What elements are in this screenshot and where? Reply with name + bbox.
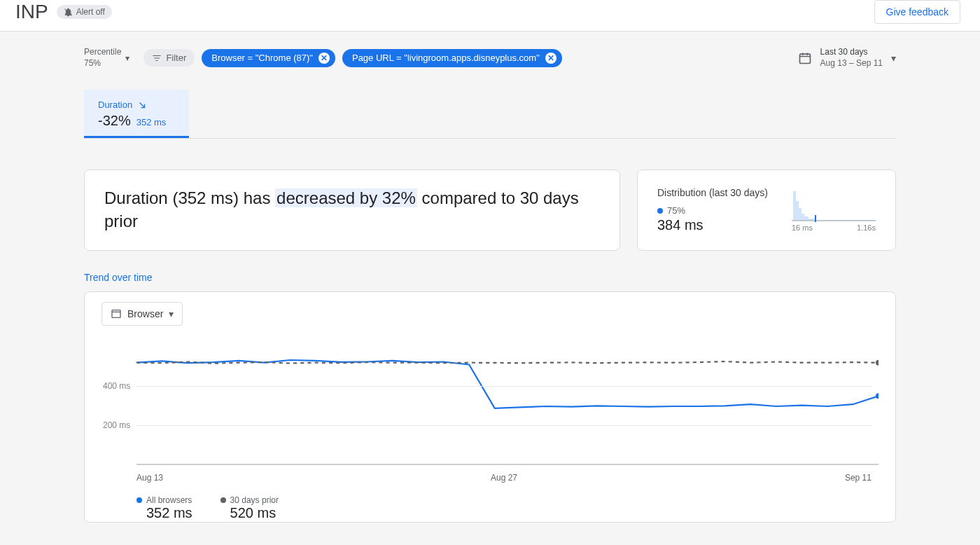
trend-card: Browser ▾ 400 ms 200 ms Aug 13 Aug 27 Se…: [84, 291, 896, 523]
tab-duration[interactable]: Duration -32% 352 ms: [84, 90, 189, 138]
dot-icon: [136, 497, 142, 503]
distribution-value: 384 ms: [657, 217, 768, 233]
page-title: INP: [15, 1, 48, 23]
svg-point-6: [876, 360, 878, 366]
filter-label: Filter: [166, 53, 186, 63]
x-axis-label: Aug 27: [491, 473, 517, 483]
summary-text: Duration (352 ms) has decreased by 32% c…: [104, 187, 600, 233]
browser-dropdown-label: Browser: [127, 308, 163, 319]
gridline: [136, 425, 872, 426]
date-range-label: Last 30 days: [820, 47, 883, 58]
y-axis-label: 400 ms: [103, 381, 130, 391]
trend-lines: [136, 347, 878, 466]
percentile-label: Percentile: [84, 47, 121, 58]
filter-chip-url[interactable]: Page URL = "livingroom.apps.disneyplus.c…: [342, 49, 562, 67]
alert-off-label: Alert off: [76, 7, 105, 17]
summary-card: Duration (352 ms) has decreased by 32% c…: [84, 170, 620, 251]
distribution-chart: 16 ms 1.16s: [792, 187, 876, 233]
legend-value: 520 ms: [230, 505, 279, 521]
percentile-value: 75%: [84, 58, 121, 69]
chip-remove-icon[interactable]: ✕: [318, 53, 330, 64]
tab-label: Duration: [98, 99, 132, 110]
distribution-axis-min: 16 ms: [792, 223, 813, 232]
svg-rect-3: [112, 310, 120, 318]
distribution-title: Distribution (last 30 days): [657, 187, 768, 198]
tab-percent: -32%: [98, 113, 131, 129]
legend-value: 352 ms: [146, 505, 192, 521]
svg-point-5: [876, 393, 878, 399]
legend-all-browsers: All browsers 352 ms: [136, 495, 192, 521]
legend-label: All browsers: [146, 495, 192, 505]
header-left: INP Alert off: [15, 1, 112, 23]
chip-label: Page URL = "livingroom.apps.disneyplus.c…: [352, 53, 540, 63]
dot-icon: [220, 497, 226, 503]
date-range-value: Aug 13 – Sep 11: [820, 58, 883, 69]
dot-icon: [657, 208, 663, 214]
alert-off-chip[interactable]: Alert off: [57, 5, 112, 19]
distribution-pct-label: 75%: [667, 205, 685, 216]
summary-prefix: Duration (352 ms) has: [104, 188, 275, 207]
filter-icon: [152, 53, 162, 63]
filter-chip-browser[interactable]: Browser = "Chrome (87)" ✕: [202, 49, 335, 67]
bell-off-icon: [64, 8, 73, 17]
filter-button[interactable]: Filter: [144, 49, 195, 67]
chip-remove-icon[interactable]: ✕: [545, 53, 556, 64]
tab-ms: 352 ms: [136, 117, 167, 127]
distribution-card: Distribution (last 30 days) 75% 384 ms 1…: [637, 170, 896, 251]
gridline: [136, 386, 872, 387]
filter-left: Percentile 75% ▾ Filter Browser = "Chrom…: [84, 47, 562, 69]
legend-prior: 30 days prior 520 ms: [220, 495, 279, 521]
svg-rect-0: [799, 54, 810, 63]
summary-highlight: decreased by 32%: [275, 188, 417, 207]
browser-dropdown[interactable]: Browser ▾: [102, 302, 183, 326]
trend-legend: All browsers 352 ms 30 days prior 520 ms: [136, 495, 878, 521]
x-axis: Aug 13 Aug 27 Sep 11: [136, 473, 878, 483]
x-axis-label: Aug 13: [136, 473, 163, 483]
webpage-icon: [111, 308, 122, 319]
dropdown-icon: ▾: [125, 53, 130, 63]
give-feedback-button[interactable]: Give feedback: [874, 0, 961, 24]
trend-chart: 400 ms 200 ms: [136, 347, 878, 466]
trend-section-title: Trend over time: [84, 272, 896, 283]
distribution-axis-max: 1.16s: [857, 223, 876, 232]
legend-label: 30 days prior: [230, 495, 279, 505]
dropdown-icon: ▾: [891, 53, 896, 64]
x-axis-label: Sep 11: [845, 473, 872, 483]
tab-row: Duration -32% 352 ms: [84, 90, 896, 139]
calendar-icon: [798, 51, 812, 65]
trend-down-icon: [138, 101, 146, 109]
percentile-selector[interactable]: Percentile 75% ▾: [84, 47, 136, 69]
date-range-selector[interactable]: Last 30 days Aug 13 – Sep 11 ▾: [798, 47, 896, 69]
chip-label: Browser = "Chrome (87)": [211, 53, 313, 63]
dropdown-icon: ▾: [169, 308, 174, 319]
page-header: INP Alert off Give feedback: [0, 0, 980, 32]
filter-row: Percentile 75% ▾ Filter Browser = "Chrom…: [84, 47, 896, 69]
y-axis-label: 200 ms: [103, 420, 130, 430]
cards-row: Duration (352 ms) has decreased by 32% c…: [84, 170, 896, 251]
